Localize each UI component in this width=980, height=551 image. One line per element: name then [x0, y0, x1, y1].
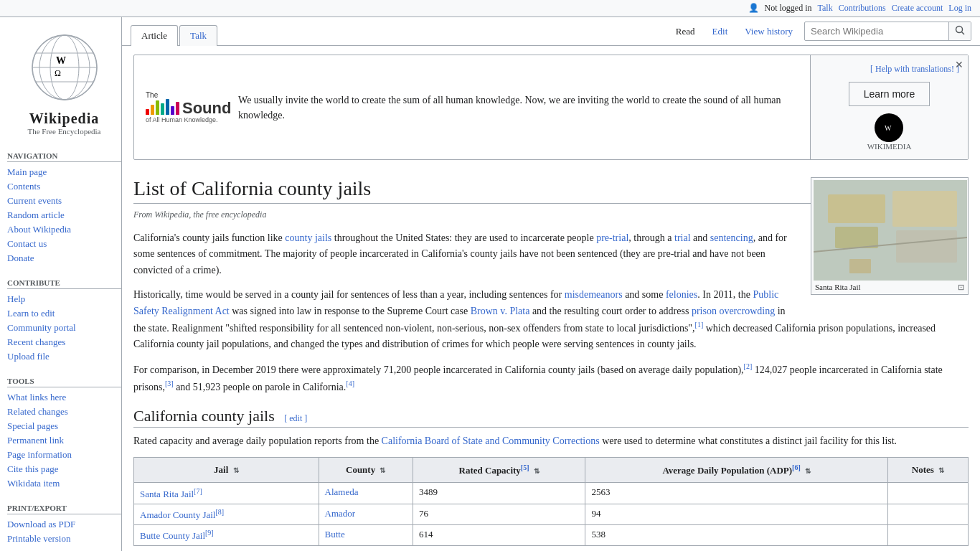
- sidebar-item-learn-to-edit[interactable]: Learn to edit: [7, 306, 121, 321]
- ref-2[interactable]: [2]: [744, 362, 753, 370]
- felonies-link[interactable]: felonies: [666, 289, 697, 300]
- sort-notes[interactable]: ⇅: [938, 466, 944, 474]
- tab-article[interactable]: Article: [131, 25, 178, 46]
- brown-plata-link[interactable]: Brown v. Plata: [471, 306, 530, 316]
- sound-bar-6: [171, 106, 174, 115]
- sidebar-item-cite-this-page[interactable]: Cite this page: [7, 462, 121, 476]
- col-adp: Average Daily Population (ADP)[6] ⇅: [585, 457, 888, 482]
- sidebar-item-what-links-here[interactable]: What links here: [7, 390, 121, 405]
- banner-text: We usually invite the world to create th…: [238, 93, 798, 123]
- edit-link[interactable]: edit: [289, 413, 302, 423]
- sort-jail[interactable]: ⇅: [233, 466, 239, 474]
- col-county-label: County: [346, 464, 375, 475]
- search-button[interactable]: [948, 22, 971, 40]
- butte-link[interactable]: Butte County Jail[9]: [140, 530, 214, 541]
- sound-the-text: The: [146, 91, 158, 99]
- log-in-link[interactable]: Log in: [948, 3, 971, 14]
- cell-county-1: Alameda: [319, 483, 413, 504]
- cell-jail-2: Amador County Jail[8]: [134, 504, 319, 524]
- svg-line-10: [962, 32, 965, 35]
- amador-county-link[interactable]: Amador: [325, 508, 356, 519]
- caption-text: Santa Rita Jail: [815, 283, 861, 291]
- col-county: County ⇅: [319, 457, 413, 482]
- sidebar-item-permanent-link[interactable]: Permanent link: [7, 433, 121, 448]
- tabs-left: Article Talk: [131, 24, 219, 45]
- prison-overcrowding-link[interactable]: prison overcrowding: [692, 306, 775, 316]
- sidebar-item-special-pages[interactable]: Special pages: [7, 419, 121, 433]
- sound-logo: The Sound: [146, 91, 227, 123]
- col-notes-label: Notes: [912, 464, 934, 475]
- aerial-view-svg: [814, 180, 967, 281]
- sentencing-link[interactable]: sentencing: [710, 232, 753, 243]
- wikimedia-logo: W WIKIMEDIA: [867, 113, 912, 151]
- action-edit[interactable]: Edit: [707, 23, 734, 40]
- search-input[interactable]: [805, 23, 948, 39]
- wikipedia-globe: W Ω: [29, 32, 100, 103]
- sidebar-item-download-pdf[interactable]: Download as PDF: [7, 517, 121, 532]
- banner-help-link[interactable]: [ Help with translations! ]: [819, 64, 959, 75]
- sort-county[interactable]: ⇅: [380, 466, 385, 474]
- section-edit-link[interactable]: [ edit ]: [284, 413, 307, 423]
- sidebar-item-community-portal[interactable]: Community portal: [7, 321, 121, 335]
- col-jail: Jail ⇅: [134, 457, 319, 482]
- sidebar-item-contact-us[interactable]: Contact us: [7, 237, 121, 251]
- alameda-link[interactable]: Alameda: [325, 486, 359, 497]
- trial-link[interactable]: trial: [674, 232, 691, 243]
- jail-table: Jail ⇅ County ⇅ Rated Capacity[5] ⇅ Av: [133, 457, 969, 546]
- logo-subtitle: The Free Encyclopedia: [7, 127, 121, 136]
- sidebar-item-page-information[interactable]: Page information: [7, 448, 121, 462]
- svg-rect-17: [896, 230, 957, 263]
- contributions-link[interactable]: Contributions: [839, 3, 886, 14]
- tab-talk[interactable]: Talk: [179, 25, 217, 46]
- sidebar-item-printable-version[interactable]: Printable version: [7, 532, 121, 546]
- sidebar-item-recent-changes[interactable]: Recent changes: [7, 335, 121, 349]
- sidebar-item-current-events[interactable]: Current events: [7, 194, 121, 208]
- sidebar-item-random-article[interactable]: Random article: [7, 208, 121, 222]
- santa-rita-jail-image: [814, 180, 967, 281]
- amador-link[interactable]: Amador County Jail[8]: [140, 509, 224, 520]
- cell-jail-1: Santa Rita Jail[7]: [134, 483, 319, 504]
- sidebar-item-help[interactable]: Help: [7, 292, 121, 306]
- misdemeanors-link[interactable]: misdemeanors: [565, 289, 623, 300]
- svg-text:Ω: Ω: [55, 68, 61, 78]
- sort-rated-capacity[interactable]: ⇅: [534, 467, 540, 475]
- banner-close-button[interactable]: ✕: [955, 60, 963, 70]
- wikimedia-label: WIKIMEDIA: [867, 142, 912, 151]
- learn-more-button[interactable]: Learn more: [849, 82, 930, 106]
- cell-notes-2: [888, 504, 969, 524]
- butte-county-link[interactable]: Butte: [325, 529, 345, 540]
- sidebar-item-about-wikipedia[interactable]: About Wikipedia: [7, 222, 121, 237]
- table-row: Butte County Jail[9] Butte 614 538: [134, 524, 969, 545]
- ref-4[interactable]: [4]: [346, 380, 354, 387]
- create-account-link[interactable]: Create account: [892, 3, 943, 14]
- sidebar-item-upload-file[interactable]: Upload file: [7, 349, 121, 364]
- county-jails-link[interactable]: county jails: [285, 232, 331, 243]
- content-area: Article Talk Read Edit View history: [122, 17, 980, 551]
- sort-adp[interactable]: ⇅: [805, 467, 811, 475]
- help-translations-link[interactable]: [ Help with translations! ]: [870, 64, 959, 74]
- sidebar: W Ω Wikipedia The Free Encyclopedia Navi…: [0, 17, 122, 551]
- sound-bar-3: [156, 100, 159, 115]
- ref-1[interactable]: [1]: [695, 321, 704, 329]
- action-read[interactable]: Read: [670, 23, 701, 40]
- contribute-title: Contribute: [7, 274, 121, 289]
- sidebar-item-wikidata-item[interactable]: Wikidata item: [7, 476, 121, 491]
- ref-3[interactable]: [3]: [165, 380, 174, 387]
- cbscc-link[interactable]: California Board of State and Community …: [382, 435, 600, 446]
- expand-icon[interactable]: ⊡: [958, 283, 964, 292]
- sidebar-item-main-page[interactable]: Main page: [7, 165, 121, 179]
- sidebar-item-donate[interactable]: Donate: [7, 251, 121, 265]
- col-jail-label: Jail: [214, 464, 228, 475]
- sidebar-item-contents[interactable]: Contents: [7, 179, 121, 194]
- santa-rita-link[interactable]: Santa Rita Jail[7]: [140, 489, 202, 499]
- talk-link[interactable]: Talk: [818, 3, 833, 14]
- col-rated-capacity-label: Rated Capacity[5]: [459, 465, 529, 476]
- print-section: Print/export Download as PDF Printable v…: [7, 499, 121, 546]
- pre-trial-link[interactable]: pre-trial: [596, 232, 628, 243]
- article-para-2: Historically, time would be served in a …: [133, 287, 969, 352]
- svg-point-9: [956, 27, 963, 33]
- action-view-history[interactable]: View history: [739, 23, 798, 40]
- sidebar-item-related-changes[interactable]: Related changes: [7, 405, 121, 419]
- contribute-section: Contribute Help Learn to edit Community …: [7, 274, 121, 364]
- svg-rect-14: [828, 194, 885, 223]
